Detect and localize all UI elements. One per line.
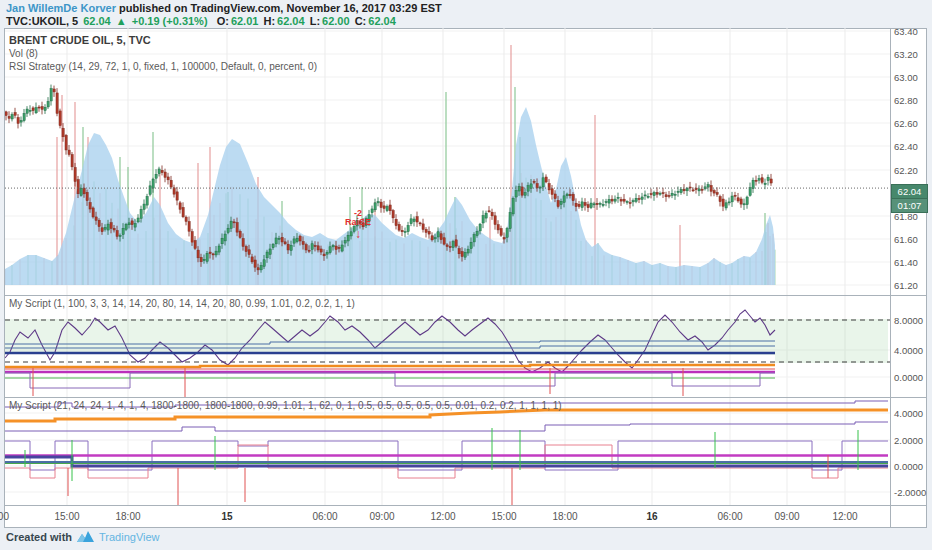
axis-tick-label: 61.40 bbox=[894, 257, 918, 268]
price-axis-divider bbox=[890, 28, 891, 528]
time-tick-label: 18:00 bbox=[108, 511, 148, 522]
time-tick-label: 12:00 bbox=[825, 511, 865, 522]
tradingview-brand-link[interactable]: TradingView bbox=[99, 531, 160, 543]
rsi-strategy-label[interactable]: RSI Strategy (14, 29, 72, 1, 0, fixed, 1… bbox=[9, 61, 317, 72]
axis-tick-label: 4.0000 bbox=[894, 345, 923, 356]
badge-countdown: 01:07 bbox=[891, 199, 928, 213]
symbol-label: TVC:UKOIL, 5 bbox=[6, 15, 78, 27]
low-label: L: bbox=[310, 15, 320, 27]
created-with-label: Created with bbox=[6, 531, 72, 543]
time-tick-label: :00 bbox=[0, 511, 22, 522]
axis-tick-label: 4.0000 bbox=[894, 408, 923, 419]
indicator-pane-2[interactable] bbox=[5, 397, 890, 505]
axis-tick-label: -2.0000 bbox=[894, 487, 926, 498]
time-tick-label: 15:00 bbox=[47, 511, 87, 522]
time-tick-label: 15:00 bbox=[484, 511, 524, 522]
axis-tick-label: 63.20 bbox=[894, 49, 918, 60]
time-tick-label: 09:00 bbox=[767, 511, 807, 522]
volume-indicator-label[interactable]: Vol (8) bbox=[9, 48, 38, 59]
up-arrow-icon: ▲ bbox=[116, 15, 127, 27]
open-value: 62.01 bbox=[231, 15, 259, 27]
footer: Created with TradingView bbox=[6, 531, 160, 543]
axis-tick-label: 62.40 bbox=[894, 141, 918, 152]
high-value: 62.04 bbox=[277, 15, 305, 27]
price-change: +0.19 (+0.31%) bbox=[132, 15, 208, 27]
panel2-script-label[interactable]: My Script (21, 24, 24, 1, 4, 1, 4, 1800-… bbox=[9, 400, 562, 411]
down-arrow-icon: ↓ bbox=[341, 228, 375, 241]
axis-tick-label: 8.0000 bbox=[894, 315, 923, 326]
axis-tick-label: 62.60 bbox=[894, 118, 918, 129]
time-tick-label: 12:00 bbox=[423, 511, 463, 522]
chart-annotation[interactable]: -2 RaiSE ↓ bbox=[341, 209, 375, 240]
publish-info: published on TradingView.com, November 1… bbox=[119, 2, 442, 14]
close-label: C: bbox=[355, 15, 367, 27]
pane-separator-1[interactable] bbox=[4, 295, 927, 296]
time-tick-label: 06:00 bbox=[305, 511, 345, 522]
chart-legend-title[interactable]: BRENT CRUDE OIL, 5, TVC bbox=[9, 34, 151, 46]
axis-tick-label: 62.20 bbox=[894, 165, 918, 176]
axis-tick-label: 63.40 bbox=[894, 26, 918, 37]
author-link[interactable]: Jan WillemDe Korver bbox=[6, 2, 116, 14]
axis-tick-label: 0.0000 bbox=[894, 372, 923, 383]
close-value: 62.04 bbox=[368, 15, 396, 27]
axis-tick-label: 2.0000 bbox=[894, 435, 923, 446]
symbol-ohlc-bar: TVC:UKOIL, 5 62.04 ▲ +0.19 (+0.31%) O:62… bbox=[6, 15, 398, 27]
time-tick-label: 09:00 bbox=[362, 511, 402, 522]
panel1-script-label[interactable]: My Script (1, 100, 3, 3, 14, 14, 20, 80,… bbox=[9, 298, 355, 309]
badge-price: 62.04 bbox=[891, 184, 928, 199]
axis-tick-label: 61.60 bbox=[894, 234, 918, 245]
publish-header: Jan WillemDe Korver published on Trading… bbox=[6, 2, 442, 14]
axis-tick-label: 61.20 bbox=[894, 280, 918, 291]
last-price: 62.04 bbox=[83, 15, 111, 27]
indicator-pane-1[interactable] bbox=[5, 295, 890, 397]
time-tick-label: 18:00 bbox=[545, 511, 585, 522]
high-label: H: bbox=[263, 15, 275, 27]
tradingview-logo-icon bbox=[77, 531, 94, 543]
axis-tick-label: 63.00 bbox=[894, 72, 918, 83]
axis-tick-label: 0.0000 bbox=[894, 461, 923, 472]
time-axis-divider bbox=[4, 505, 927, 506]
open-label: O: bbox=[217, 15, 229, 27]
tradingview-snapshot: Jan WillemDe Korver published on Trading… bbox=[0, 0, 932, 550]
low-value: 62.00 bbox=[322, 15, 350, 27]
time-tick-label: 15 bbox=[207, 511, 247, 522]
axis-tick-label: 62.80 bbox=[894, 95, 918, 106]
pane-separator-2[interactable] bbox=[4, 397, 927, 398]
time-tick-label: 06:00 bbox=[710, 511, 750, 522]
last-price-badge: 62.04 01:07 bbox=[891, 184, 928, 213]
time-tick-label: 16 bbox=[632, 511, 672, 522]
